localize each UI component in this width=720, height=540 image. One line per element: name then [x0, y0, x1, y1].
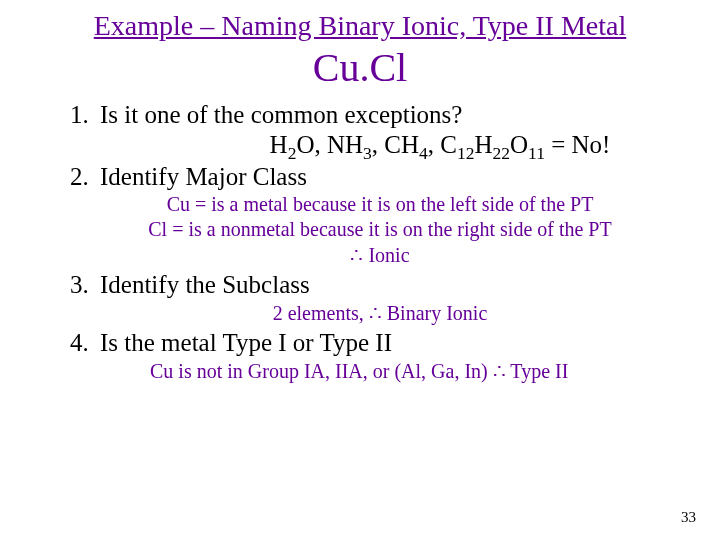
- detail-line: Cl = is a nonmetal because it is on the …: [70, 218, 690, 241]
- subscript: 11: [528, 143, 545, 163]
- numbered-list: 1. Is it one of the common exceptions? H…: [30, 101, 690, 383]
- item-number: 4.: [70, 329, 100, 357]
- detail-line: Cu = is a metal because it is on the lef…: [70, 193, 690, 216]
- text: O, NH: [296, 131, 363, 158]
- page-number: 33: [681, 509, 696, 526]
- item-text: Identify the Subclass: [100, 271, 690, 299]
- detail-line: ∴ Ionic: [70, 243, 690, 267]
- list-item: 4. Is the metal Type I or Type II: [70, 329, 690, 357]
- list-item: 3. Identify the Subclass: [70, 271, 690, 299]
- text: H: [474, 131, 492, 158]
- item-number: 1.: [70, 101, 100, 129]
- item-number: 3.: [70, 271, 100, 299]
- exceptions-line: H2O, NH3, CH4, C12H22O11 = No!: [190, 131, 690, 159]
- list-item: 2. Identify Major Class: [70, 163, 690, 191]
- item-number: 2.: [70, 163, 100, 191]
- item-text: Is the metal Type I or Type II: [100, 329, 690, 357]
- subscript: 12: [457, 143, 475, 163]
- text: = No!: [545, 131, 610, 158]
- text: , C: [428, 131, 457, 158]
- subscript: 22: [493, 143, 511, 163]
- text: O: [510, 131, 528, 158]
- subscript: 3: [363, 143, 372, 163]
- compound-formula: Cu.Cl: [30, 44, 690, 91]
- detail-line: 2 elements, ∴ Binary Ionic: [70, 301, 690, 325]
- subscript: 4: [419, 143, 428, 163]
- text: H: [270, 131, 288, 158]
- list-item: 1. Is it one of the common exceptions?: [70, 101, 690, 129]
- item-text: Is it one of the common exceptions?: [100, 101, 690, 129]
- slide-title: Example – Naming Binary Ionic, Type II M…: [30, 10, 690, 42]
- text: , CH: [372, 131, 419, 158]
- detail-line: Cu is not in Group IA, IIA, or (Al, Ga, …: [150, 359, 690, 383]
- item-text: Identify Major Class: [100, 163, 690, 191]
- slide-container: Example – Naming Binary Ionic, Type II M…: [0, 0, 720, 383]
